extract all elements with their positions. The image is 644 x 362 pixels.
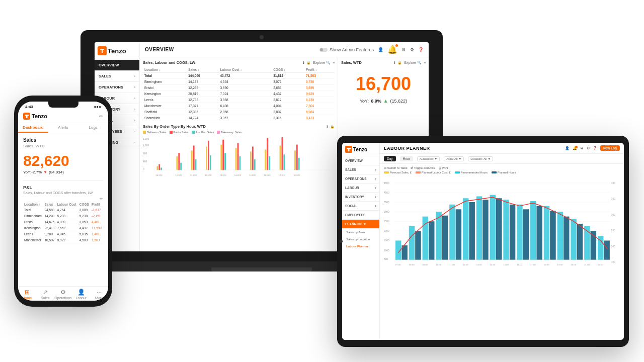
switch-table-option[interactable]: ⊞ Switch to Table [384,166,408,169]
operations-icon: ⚙ [60,289,66,296]
svg-text:3500: 3500 [384,201,389,204]
sales-table: Location ↕ Sales ↕ Labour Cost ↕ COGS ↕ … [143,67,335,121]
print-option[interactable]: 🖨 Print [438,166,448,169]
sales-icon: ↗ [43,289,48,296]
yoy-label: YoY: [360,99,369,104]
svg-rect-27 [267,138,268,170]
tablet-topbar-right: 👤 🔔 🖥 ⚙ ❓ New Log [565,145,620,151]
phone-content: Sales Sales, WTD 82,620 YoY:-2.7% ▼ (84,… [18,133,108,286]
chart-info-icon[interactable]: ℹ [327,125,328,129]
explore-link[interactable]: Explore 🔍 [313,61,331,65]
help-icon[interactable]: ❓ [418,47,424,52]
tab-logs[interactable]: Logs [78,123,108,133]
tablet-nav-labour[interactable]: LABOUR › [342,184,379,193]
table-row: Bristol 12,299 3,890 2,656 5,898 [143,85,335,91]
chart-lock-icon[interactable]: 🔒 [330,125,335,129]
svg-text:250: 250 [611,229,615,232]
svg-rect-29 [280,146,281,170]
monitor-icon[interactable]: 🖥 [401,47,406,52]
tablet-nav-employees[interactable]: EMPLOYEES [342,211,379,220]
tablet-notification-icon[interactable]: 🔔 [573,146,577,150]
right-explore[interactable]: Explore 🔍 [404,61,422,65]
right-lock-icon[interactable]: 🔒 [397,61,402,65]
svg-text:21:00: 21:00 [584,263,590,266]
tablet-nav-sales[interactable]: SALES › [342,165,379,174]
table-row: Sheffield 12,335 2,858 2,837 6,984 [143,109,335,115]
legend-deliveroo: Deliveroo Sales [143,131,167,134]
notification-icon[interactable]: 🔔 [387,45,397,54]
phone-nav-labour[interactable]: 👤 Labour [72,289,90,300]
tablet-topbar: LABOUR PLANNER 👤 🔔 🖥 ⚙ ❓ New Log [380,143,624,154]
select-area[interactable]: Area: All ▼ [444,156,464,161]
svg-text:200: 200 [611,245,615,248]
table-row: Manchester 18,502 9,922 4,503 1,503 [23,237,103,243]
right-menu-icon[interactable]: ≡ [424,61,426,64]
toggle-icon [319,48,328,52]
view-tab-day[interactable]: Day [384,156,396,161]
right-info-icon[interactable]: ℹ [394,61,395,65]
tablet-nav-operations[interactable]: OPERATIONS › [342,174,379,184]
chart-title: Sales By Order Type By Hour, WTD [143,124,206,129]
phone-edit-icon[interactable]: ✏ [99,114,103,119]
phone-yoy: YoY:-2.7% ▼ (84,934) [23,170,103,174]
phone-nav-sales[interactable]: ↗ Sales [36,289,54,300]
tablet-nav-labour-planner[interactable]: Labour Planner [342,243,379,250]
sidebar-item-sales[interactable]: SALES › [95,71,139,82]
svg-rect-93 [550,211,555,260]
svg-text:15:000: 15:000 [249,174,256,176]
svg-text:17:000: 17:000 [279,174,286,176]
svg-rect-81 [469,202,474,260]
svg-text:12:000: 12:000 [205,174,212,176]
svg-rect-88 [517,205,522,260]
svg-text:1,600: 1,600 [143,138,149,140]
svg-text:07:00: 07:00 [395,263,401,266]
phone-nav-home[interactable]: ⊞ Home [18,289,36,300]
svg-rect-20 [235,148,237,170]
table-row: Shoreditch 14,724 3,357 3,315 8,433 [143,115,335,121]
svg-rect-28 [269,156,270,170]
tablet-nav-inventory[interactable]: INVENTORY › [342,193,379,202]
svg-rect-6 [158,164,160,170]
phone-nav-operations[interactable]: ⚙ Operations [54,289,72,300]
sidebar-item-operations[interactable]: OPERATIONS › [95,82,139,93]
tablet: Tenzo OVERVIEW SALES › OPERATIONS › LABO… [337,136,629,347]
new-log-button[interactable]: New Log [600,145,620,151]
phone-pl-edit[interactable]: ✏ [100,197,103,201]
user-icon[interactable]: 👤 [378,47,383,52]
tablet-nav-sales-location[interactable]: Sales by Location [342,236,379,243]
toggle-axis-option[interactable]: ⇄ Toggle 2nd Axis [411,166,435,169]
info-icon[interactable]: ℹ [303,61,304,65]
menu-icon[interactable]: ≡ [333,61,335,64]
tablet-nav-social[interactable]: SOCIAL › [342,202,379,211]
select-location[interactable]: Location: All ▼ [468,156,493,161]
tablet-nav-sales-area[interactable]: Sales by Area [342,229,379,236]
tablet-monitor-icon[interactable]: 🖥 [580,146,584,150]
tab-dashboard[interactable]: Dashboard [18,123,48,133]
sidebar-item-overview[interactable]: OVERVIEW [95,60,139,71]
wtd-metric: 16,700 [341,75,426,93]
svg-text:350: 350 [611,198,615,200]
svg-rect-87 [510,205,515,260]
wtd-yoy: YoY: 6.9% ▲ (15,622) [341,98,426,104]
svg-text:400: 400 [143,160,147,163]
tablet-user-icon[interactable]: 👤 [565,146,570,150]
tablet-gear-icon[interactable]: ⚙ [587,146,590,150]
view-tab-hour[interactable]: Hour [400,156,413,161]
tablet-nav-planning[interactable]: PLANNING ▼ [342,220,379,229]
lock-icon[interactable]: 🔒 [306,61,311,65]
home-icon: ⊞ [25,289,30,296]
svg-rect-5 [156,166,158,170]
gear-icon[interactable]: ⚙ [410,47,414,52]
phone-pl-title: P&L [23,185,103,190]
show-admin-toggle[interactable]: Show Admin Features [319,47,374,52]
svg-text:4500: 4500 [384,182,389,185]
select-autoselect[interactable]: Autoselect ▼ [417,156,440,161]
tablet-help-icon[interactable]: ❓ [593,146,597,150]
phone-nav-more[interactable]: ··· More [90,289,108,300]
tab-alerts[interactable]: Alerts [48,123,78,133]
svg-text:08:000: 08:000 [155,174,163,176]
bar-group-1100 [449,205,461,260]
col-location: Location ↕ [143,67,187,73]
tablet-nav-overview[interactable]: OVERVIEW [342,156,379,165]
svg-rect-94 [557,212,563,260]
